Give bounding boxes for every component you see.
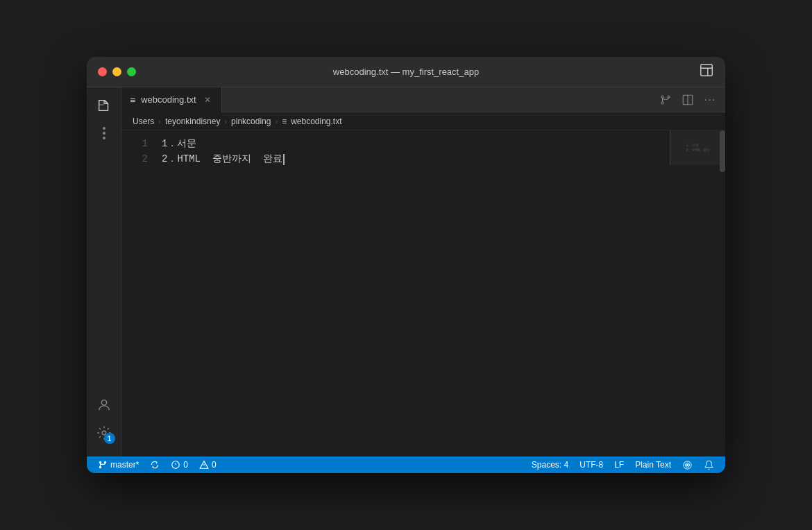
svg-point-8 [661,102,663,104]
encoding-label: UTF-8 [580,460,603,470]
error-icon [171,460,180,470]
svg-rect-0 [701,65,713,76]
line-number-2: 2 [121,151,148,166]
svg-point-11 [99,461,101,463]
activity-bar: 1 [87,87,121,456]
sidebar-item-settings[interactable]: 1 [92,420,117,445]
warning-count: 0 [212,460,217,470]
tab-filename: webcoding.txt [141,94,196,105]
breadcrumb-teyonkindisney[interactable]: teyonkindisney [165,117,220,126]
panel-layout-svg [699,62,714,78]
window-title: webcoding.txt — my_first_react_app [333,67,479,77]
editor-content[interactable]: 1 2 1．서문 2．HTML 중반까지 완료 1. 서문 2. HTML 중반 [121,130,725,456]
status-branch[interactable]: master* [92,456,144,473]
dot1 [103,127,105,130]
tab-actions: ··· [656,90,725,110]
svg-point-7 [668,96,670,98]
git-icon [659,94,672,106]
svg-point-12 [104,461,105,463]
close-button[interactable] [98,67,107,76]
layout-icon[interactable] [699,62,714,81]
status-line-ending[interactable]: LF [609,456,629,473]
bell-icon [704,460,714,470]
status-spaces[interactable]: Spaces: 4 [526,456,574,473]
language-label: Plain Text [635,460,671,470]
git-branch-button[interactable] [656,90,675,110]
dot2 [103,132,105,135]
status-language[interactable]: Plain Text [629,456,677,473]
branch-name: master* [110,460,139,470]
tab-close-button[interactable]: ✕ [202,94,213,105]
tab-bar: ≡ webcoding.txt ✕ [121,87,725,112]
breadcrumb-users[interactable]: Users [133,117,154,126]
breadcrumb-file-icon: ≡ [282,117,287,126]
sidebar-item-account[interactable] [92,393,117,418]
status-errors[interactable]: 0 [165,456,194,473]
editor-area: ≡ webcoding.txt ✕ [121,87,725,456]
account-icon [96,398,112,413]
titlebar-right [699,62,714,81]
dot3 [103,137,105,139]
titlebar: webcoding.txt — my_first_react_app [87,57,725,87]
error-count: 0 [183,460,188,470]
code-editor[interactable]: 1．서문 2．HTML 중반까지 완료 [156,130,663,456]
scrollbar-thumb[interactable] [720,130,725,172]
status-bar: master* 0 0 [87,456,725,473]
status-warnings[interactable]: 0 [194,456,222,473]
tab-file-icon: ≡ [130,94,135,105]
minimap-content: 1. 서문 2. HTML 중반 [683,140,712,155]
status-encoding[interactable]: UTF-8 [574,456,609,473]
svg-point-6 [661,96,663,98]
code-line-2: 2．HTML 중반까지 완료 [156,151,663,166]
settings-badge: 1 [104,433,115,444]
status-notifications[interactable] [698,456,720,473]
files-icon [96,98,112,113]
activity-bar-top [92,93,117,390]
sync-icon [150,460,160,470]
scrollbar-track[interactable] [720,130,725,456]
split-icon [682,94,694,106]
breadcrumb-filename[interactable]: webcoding.txt [291,117,341,126]
breadcrumb-sep3: › [275,117,278,126]
git-branch-icon [98,460,108,470]
text-cursor [283,154,285,165]
activity-bar-bottom: 1 [92,393,117,451]
svg-point-4 [101,400,106,405]
tab-webcoding[interactable]: ≡ webcoding.txt ✕ [121,87,222,112]
sidebar-item-dots[interactable] [92,121,117,146]
more-actions-button[interactable]: ··· [700,90,720,110]
minimap: 1. 서문 2. HTML 중반 [670,130,725,165]
spaces-label: Spaces: 4 [532,460,568,470]
vscode-window: webcoding.txt — my_first_react_app [87,57,725,473]
status-sync[interactable] [144,456,165,473]
svg-point-21 [686,464,688,466]
sidebar-item-explorer[interactable] [92,93,117,118]
line-numbers: 1 2 [121,130,156,456]
main-area: 1 ≡ webcoding.txt ✕ [87,87,725,456]
maximize-button[interactable] [127,67,136,76]
minimize-button[interactable] [112,67,121,76]
minimap-area: 1. 서문 2. HTML 중반 [663,130,725,456]
breadcrumb-pinkcoding[interactable]: pinkcoding [231,117,271,126]
status-live-share[interactable] [677,456,698,473]
breadcrumb: Users › teyonkindisney › pinkcoding › ≡ … [121,112,725,130]
tab-list: ≡ webcoding.txt ✕ [121,87,222,112]
code-line-1: 1．서문 [156,136,663,151]
line-number-1: 1 [121,136,148,151]
line-ending-label: LF [614,460,624,470]
live-share-icon [682,460,693,470]
svg-rect-3 [99,101,103,105]
window-controls [98,67,136,76]
breadcrumb-sep1: › [158,117,161,126]
split-editor-button[interactable] [678,90,697,110]
svg-point-13 [99,466,101,468]
warning-icon [199,460,209,470]
breadcrumb-sep2: › [224,117,227,126]
